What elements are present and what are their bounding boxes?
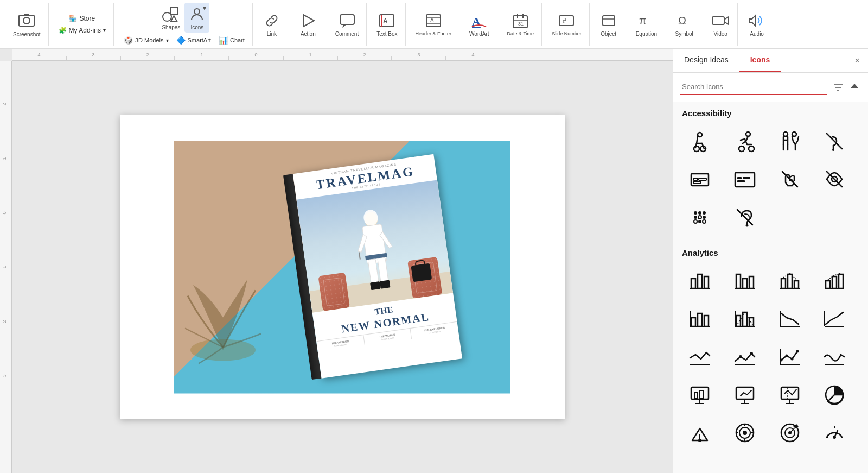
svg-point-96 xyxy=(698,216,701,219)
svg-text:Ω: Ω xyxy=(678,15,686,27)
svg-point-78 xyxy=(792,132,796,136)
shapes-icon xyxy=(162,5,180,23)
family-restroom-icon-cell[interactable] xyxy=(772,123,808,159)
svg-point-94 xyxy=(703,211,706,215)
pie-chart-cell[interactable] xyxy=(816,377,852,413)
screenshot-button[interactable]: Screenshot xyxy=(10,9,44,40)
target-2-cell[interactable] xyxy=(772,415,808,451)
svg-text:A: A xyxy=(383,17,388,25)
presentation-3-cell[interactable] xyxy=(772,377,808,413)
svg-line-80 xyxy=(827,134,842,149)
svg-point-72 xyxy=(694,146,699,152)
icons-tab[interactable]: Icons xyxy=(739,49,781,72)
braille-icon-cell[interactable] xyxy=(682,199,718,235)
svg-text:4: 4 xyxy=(37,52,40,58)
bar-chart-2-cell[interactable] xyxy=(727,263,763,299)
my-addins-button[interactable]: 🧩 My Add-ins ▾ xyxy=(55,26,109,35)
line-chart-1-cell[interactable] xyxy=(682,339,718,375)
slidenumber-button[interactable]: # Slide Number xyxy=(548,9,585,39)
bar-chart-1-cell[interactable] xyxy=(682,263,718,299)
datetime-button[interactable]: 31 Date & Time xyxy=(504,9,538,39)
svg-text:π: π xyxy=(639,15,647,27)
shapes-button[interactable]: Shapes xyxy=(158,3,183,33)
svg-rect-115 xyxy=(826,281,830,288)
bar-chart-6-cell[interactable] xyxy=(727,301,763,337)
icons-button[interactable]: Icons xyxy=(184,3,209,33)
link-button[interactable]: Link xyxy=(259,9,284,39)
object-icon xyxy=(599,11,618,30)
wheelchair-icon-cell[interactable] xyxy=(682,123,718,159)
design-ideas-tab[interactable]: Design Ideas xyxy=(673,49,739,72)
hearing-icon-cell[interactable] xyxy=(727,199,763,235)
symbol-button[interactable]: Ω Symbol xyxy=(672,9,697,39)
headerfooter-button[interactable]: A Header & Footer xyxy=(412,9,455,39)
svg-text:31: 31 xyxy=(518,21,524,27)
textbox-button[interactable]: A Text Box xyxy=(373,9,400,39)
headerfooter-icon: A xyxy=(424,11,443,30)
svg-marker-8 xyxy=(303,15,314,27)
svg-point-159 xyxy=(698,439,701,442)
link-group: Link xyxy=(255,3,289,46)
3d-models-button[interactable]: 🎲 3D Models ▾ xyxy=(120,35,172,46)
chart-button[interactable]: 📊 Chart xyxy=(215,35,248,46)
wordart-button[interactable]: A WordArt xyxy=(466,9,493,39)
addins-dropdown-icon: ▾ xyxy=(103,27,106,33)
presentation-1-cell[interactable] xyxy=(682,377,718,413)
chart-label: Chart xyxy=(230,37,245,43)
deaf-icon-cell[interactable] xyxy=(816,123,852,159)
line-chart-3-cell[interactable] xyxy=(772,339,808,375)
smartart-button[interactable]: 🔷 SmartArt xyxy=(173,35,214,46)
store-icon: 🏪 xyxy=(69,15,77,22)
action-button[interactable]: Action xyxy=(296,9,321,39)
video-button[interactable]: Video xyxy=(708,9,733,39)
svg-rect-116 xyxy=(832,276,837,288)
wheelchair-active-icon-cell[interactable] xyxy=(727,123,763,159)
comment-button[interactable]: Comment xyxy=(332,9,362,39)
sort-button[interactable] xyxy=(847,80,861,94)
speedometer-cell[interactable] xyxy=(816,415,852,451)
presentation-2-cell[interactable] xyxy=(727,377,763,413)
line-chart-down-cell[interactable] xyxy=(772,301,808,337)
slide[interactable]: VIETNAM TRAVELLER MAGAZINE TRAVELMAG THE… xyxy=(120,115,565,419)
closed-caption-2-icon-cell[interactable] xyxy=(727,161,763,197)
line-chart-2-cell[interactable] xyxy=(727,339,763,375)
bar-chart-5-cell[interactable] xyxy=(682,301,718,337)
svg-point-77 xyxy=(783,132,788,136)
line-chart-4-cell[interactable] xyxy=(816,339,852,375)
target-1-cell[interactable] xyxy=(727,415,763,451)
analytics-icon-1-cell[interactable] xyxy=(682,415,718,451)
shapes-icons-row: Shapes Icons xyxy=(158,3,209,33)
search-input[interactable] xyxy=(680,79,827,95)
svg-text:3: 3 xyxy=(2,374,7,377)
object-button[interactable]: Object xyxy=(596,9,621,39)
canvas-area[interactable]: 4 3 2 1 0 1 2 3 4 xyxy=(0,49,673,473)
audio-button[interactable]: Audio xyxy=(744,9,769,39)
equation-button[interactable]: π Equation xyxy=(633,9,660,39)
screenshot-icon xyxy=(17,11,36,30)
svg-rect-2 xyxy=(24,14,29,16)
datetime-label: Date & Time xyxy=(507,31,534,37)
low-vision-icon-cell[interactable] xyxy=(816,161,852,197)
svg-text:0: 0 xyxy=(254,52,257,58)
svg-rect-104 xyxy=(698,274,702,288)
bar-chart-4-cell[interactable] xyxy=(816,263,852,299)
closed-caption-1-icon-cell[interactable] xyxy=(682,161,718,197)
bar-chart-3-cell[interactable] xyxy=(772,263,808,299)
toolbar: Screenshot 🏪 Store 🧩 My Add-ins ▾ Shapes xyxy=(0,0,868,49)
store-button[interactable]: 🏪 Store xyxy=(66,14,98,23)
svg-text:4: 4 xyxy=(471,52,474,58)
search-actions xyxy=(831,80,861,94)
filter-button[interactable] xyxy=(831,80,845,94)
svg-rect-103 xyxy=(691,279,695,288)
svg-point-141 xyxy=(790,358,793,361)
svg-rect-107 xyxy=(736,274,741,288)
panel-close-button[interactable]: × xyxy=(851,54,864,67)
line-chart-up-cell[interactable] xyxy=(816,301,852,337)
textbox-label: Text Box xyxy=(376,31,397,37)
sign-language-icon-cell[interactable] xyxy=(772,161,808,197)
svg-point-136 xyxy=(750,352,753,355)
object-label: Object xyxy=(601,31,616,37)
slide-area[interactable]: VIETNAM TRAVELLER MAGAZINE TRAVELMAG THE… xyxy=(12,61,673,473)
3d-icon: 🎲 xyxy=(124,36,133,45)
svg-text:0: 0 xyxy=(2,211,7,214)
